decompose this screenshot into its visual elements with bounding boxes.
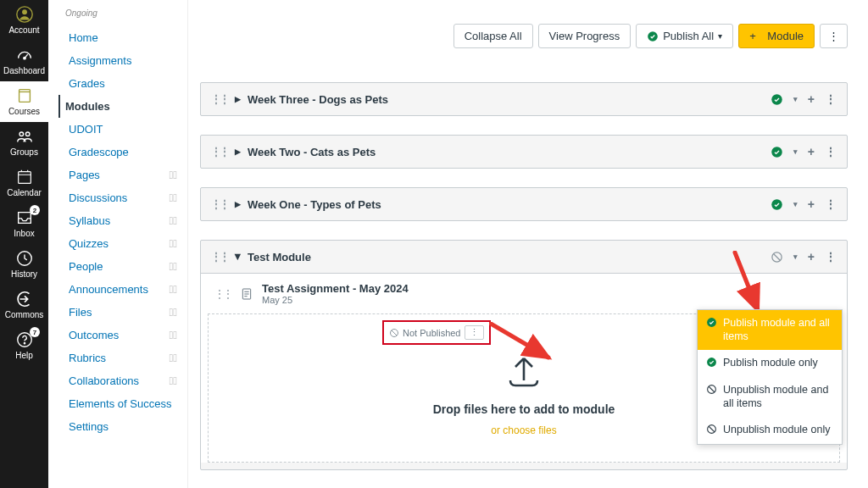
- nav-dashboard[interactable]: Dashboard: [0, 41, 48, 81]
- course-nav-udoit[interactable]: UDOIT: [65, 118, 181, 141]
- menu-publish-all[interactable]: Publish module and all items: [698, 310, 842, 350]
- kebab-icon[interactable]: ⋮: [825, 197, 837, 211]
- course-nav-assignments[interactable]: Assignments: [65, 49, 181, 72]
- course-nav-modules[interactable]: Modules: [58, 95, 181, 118]
- expand-caret-icon[interactable]: ▶: [235, 147, 241, 156]
- menu-publish-only[interactable]: Publish module only: [698, 350, 842, 377]
- course-nav-announcements[interactable]: Announcements👁̶: [65, 278, 181, 301]
- hidden-icon: 👁̶: [170, 237, 178, 250]
- kebab-icon[interactable]: ⋮: [825, 145, 837, 158]
- course-nav-pages[interactable]: Pages👁̶: [65, 164, 181, 186]
- chevron-down-icon[interactable]: ▾: [793, 252, 798, 261]
- unpublished-icon[interactable]: [771, 251, 783, 263]
- nav-inbox[interactable]: 2 Inbox: [0, 203, 48, 244]
- nav-link-label: Syllabus: [69, 214, 110, 227]
- course-nav-gradescope[interactable]: Gradescope: [65, 141, 181, 164]
- course-nav-settings[interactable]: Settings: [65, 415, 181, 438]
- nav-link-label: Gradescope: [69, 146, 129, 158]
- course-nav-people[interactable]: People👁̶: [65, 255, 181, 278]
- plus-icon: +: [749, 30, 756, 42]
- collapse-all-button[interactable]: Collapse All: [453, 24, 533, 48]
- kebab-icon[interactable]: ⋮: [465, 325, 484, 340]
- menu-unpublish-all[interactable]: Unpublish module and all items: [698, 377, 842, 417]
- nav-link-label: Outcomes: [69, 329, 119, 341]
- chevron-down-icon[interactable]: ▾: [793, 95, 798, 103]
- hidden-icon: 👁̶: [170, 306, 178, 319]
- chevron-down-icon[interactable]: ▾: [793, 147, 798, 156]
- gauge-icon: [15, 46, 34, 64]
- add-item-icon[interactable]: +: [808, 250, 815, 263]
- svg-point-9: [24, 342, 25, 343]
- module-title: Week Two - Cats as Pets: [248, 146, 764, 158]
- drag-handle-icon[interactable]: ⋮⋮: [211, 146, 228, 158]
- drag-handle-icon[interactable]: ⋮⋮: [211, 198, 228, 210]
- global-nav: Account Dashboard Courses Groups Calenda…: [0, 0, 48, 488]
- publish-status-icon[interactable]: [771, 93, 783, 106]
- nav-link-label: Quizzes: [69, 237, 108, 250]
- add-item-icon[interactable]: +: [808, 197, 815, 211]
- nav-courses[interactable]: Courses: [0, 81, 48, 122]
- nav-history[interactable]: History: [0, 244, 48, 285]
- drag-handle-icon[interactable]: ⋮⋮: [211, 288, 231, 300]
- course-nav-files[interactable]: Files👁̶: [65, 301, 181, 324]
- svg-point-2: [23, 57, 25, 58]
- hidden-icon: 👁̶: [170, 374, 178, 387]
- expand-caret-icon[interactable]: ▶: [235, 95, 241, 103]
- nav-groups[interactable]: Groups: [0, 122, 48, 163]
- modules-toolbar: Collapse All View Progress Publish All ▾…: [200, 7, 848, 48]
- course-nav-collaborations[interactable]: Collaborations👁̶: [65, 369, 181, 392]
- nav-link-label: Settings: [69, 420, 108, 433]
- drag-handle-icon[interactable]: ⋮⋮: [211, 251, 228, 263]
- nav-label: Help: [15, 351, 33, 360]
- nav-help[interactable]: 7 Help: [0, 325, 48, 366]
- unpublished-icon: [706, 384, 718, 395]
- assignment-icon: [240, 287, 253, 301]
- main-content: Collapse All View Progress Publish All ▾…: [188, 0, 868, 488]
- nav-link-label: Rubrics: [69, 352, 106, 364]
- nav-label: Inbox: [14, 229, 34, 238]
- collapse-caret-icon[interactable]: ▶: [234, 254, 242, 260]
- publish-status-icon[interactable]: [771, 146, 783, 158]
- check-circle-icon: [647, 30, 659, 42]
- kebab-icon[interactable]: ⋮: [825, 250, 837, 263]
- nav-link-label: Files: [69, 306, 92, 319]
- nav-label: Account: [8, 25, 39, 35]
- nav-label: History: [11, 269, 37, 279]
- hidden-icon: 👁̶: [170, 214, 178, 227]
- course-nav-discussions[interactable]: Discussions👁̶: [65, 186, 181, 209]
- publish-status-icon[interactable]: [771, 198, 783, 211]
- view-progress-button[interactable]: View Progress: [538, 24, 632, 48]
- unpublished-icon: [389, 328, 399, 338]
- add-item-icon[interactable]: +: [808, 92, 815, 106]
- menu-unpublish-only[interactable]: Unpublish module only: [698, 417, 842, 444]
- course-nav-home[interactable]: Home: [65, 26, 181, 49]
- nav-label: Dashboard: [3, 66, 45, 75]
- nav-link-label: Pages: [69, 169, 100, 181]
- course-nav-outcomes[interactable]: Outcomes👁̶: [65, 324, 181, 347]
- modules-options-button[interactable]: ⋮: [820, 24, 848, 48]
- drag-handle-icon[interactable]: ⋮⋮: [211, 93, 228, 105]
- module-item-assignment[interactable]: ⋮⋮ Test Assignment - May 2024 May 25: [201, 274, 847, 313]
- nav-account[interactable]: Account: [0, 0, 48, 41]
- expand-caret-icon[interactable]: ▶: [235, 200, 241, 208]
- nav-link-label: UDOIT: [69, 123, 103, 136]
- course-nav-rubrics[interactable]: Rubrics👁̶: [65, 347, 181, 369]
- course-nav-syllabus[interactable]: Syllabus👁̶: [65, 209, 181, 232]
- module-week-three: ⋮⋮ ▶ Week Three - Dogs as Pets ▾ + ⋮: [200, 82, 848, 116]
- nav-link-label: Assignments: [69, 54, 131, 67]
- hidden-icon: 👁̶: [170, 283, 178, 296]
- course-nav-grades[interactable]: Grades: [65, 72, 181, 95]
- kebab-icon[interactable]: ⋮: [825, 92, 837, 106]
- user-circle-icon: [15, 5, 34, 24]
- add-item-icon[interactable]: +: [808, 145, 815, 158]
- module-title: Week Three - Dogs as Pets: [248, 93, 764, 106]
- nav-link-label: Discussions: [69, 191, 127, 204]
- nav-label: Calendar: [7, 188, 42, 197]
- course-nav-elements[interactable]: Elements of Success: [65, 392, 181, 415]
- nav-calendar[interactable]: Calendar: [0, 163, 48, 203]
- add-module-button[interactable]: + Module: [738, 24, 815, 48]
- chevron-down-icon[interactable]: ▾: [793, 200, 798, 208]
- course-nav-quizzes[interactable]: Quizzes👁̶: [65, 232, 181, 255]
- publish-all-button[interactable]: Publish All ▾: [636, 24, 733, 48]
- nav-commons[interactable]: Commons: [0, 285, 48, 325]
